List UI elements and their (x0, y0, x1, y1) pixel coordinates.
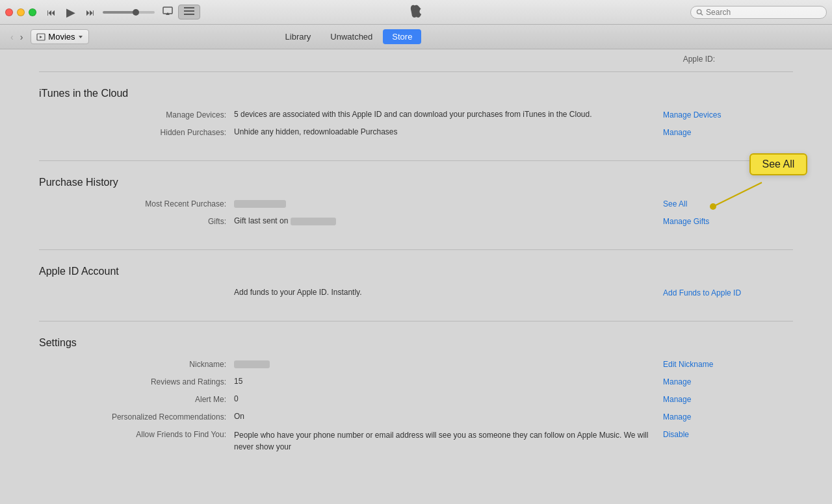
nickname-value (234, 359, 663, 368)
add-funds-action: Add Funds to Apple ID (663, 288, 793, 297)
nickname-label: Nickname: (39, 359, 234, 369)
see-all-annotation-wrapper: See All See All (663, 199, 687, 208)
hidden-purchases-value: Unhide any hidden, redownloadable Purcha… (234, 127, 663, 136)
reviews-value: 15 (234, 377, 663, 386)
search-box[interactable] (690, 6, 827, 19)
tab-unwatched[interactable]: Unwatched (321, 29, 382, 44)
apple-logo (410, 5, 422, 19)
playback-controls: ⏮ ▶ ⏭ (44, 4, 173, 21)
movies-icon (36, 32, 46, 42)
volume-thumb (133, 9, 139, 16)
search-input[interactable] (706, 8, 821, 17)
category-label: Movies (48, 32, 75, 42)
nickname-row: Nickname: Edit Nickname (39, 359, 793, 369)
gifts-action: Manage Gifts (663, 216, 793, 226)
manage-gifts-link[interactable]: Manage Gifts (663, 217, 709, 226)
svg-point-11 (710, 203, 716, 210)
section-itunes-cloud: iTunes in the Cloud Manage Devices: 5 de… (0, 77, 832, 155)
personalized-label: Personalized Recommendations: (39, 412, 234, 422)
section-settings: Settings Nickname: Edit Nickname Reviews… (0, 327, 832, 471)
edit-nickname-link[interactable]: Edit Nickname (663, 360, 713, 369)
add-funds-value: Add funds to your Apple ID. Instantly. (234, 288, 663, 297)
minimize-button[interactable] (17, 8, 25, 16)
forward-button[interactable]: › (18, 31, 26, 44)
gifts-label: Gifts: (39, 216, 234, 226)
airplay-button[interactable] (162, 6, 173, 18)
svg-rect-4 (184, 14, 194, 15)
recent-purchase-label: Most Recent Purchase: (39, 199, 234, 208)
tabs: Library Unwatched Store (276, 29, 422, 44)
section-title-cloud: iTunes in the Cloud (39, 88, 793, 99)
svg-line-6 (701, 13, 703, 15)
callout-container: See All (749, 153, 808, 175)
hidden-purchases-row: Hidden Purchases: Unhide any hidden, red… (39, 127, 793, 137)
recent-purchase-redacted (234, 200, 286, 208)
title-bar: ⏮ ▶ ⏭ (0, 0, 832, 25)
friends-find-action: Disable (663, 429, 793, 439)
tab-library[interactable]: Library (276, 29, 320, 44)
divider-appleid (39, 321, 793, 321)
personalized-value: On (234, 412, 663, 421)
divider-purchase (39, 249, 793, 250)
manage-alerts-link[interactable]: Manage (663, 395, 691, 404)
nav-bar: ‹ › Movies Library Unwatched Store (0, 25, 832, 49)
manage-recommendations-link[interactable]: Manage (663, 412, 691, 422)
manage-devices-row: Manage Devices: 5 devices are associated… (39, 110, 793, 120)
svg-point-5 (697, 9, 701, 13)
apple-id-label: Apple ID: (683, 55, 715, 64)
manage-hidden-link[interactable]: Manage (663, 128, 691, 137)
search-icon (696, 8, 703, 16)
callout-box: See All (749, 153, 808, 175)
alert-me-row: Alert Me: 0 Manage (39, 394, 793, 404)
recent-purchase-action: See All See All (663, 199, 793, 208)
fastforward-button[interactable]: ⏭ (83, 6, 98, 19)
see-all-link[interactable]: See All (663, 199, 687, 208)
recent-purchase-value (234, 199, 663, 208)
svg-marker-9 (79, 36, 83, 38)
alert-me-action: Manage (663, 394, 793, 404)
svg-line-10 (713, 183, 762, 207)
divider-top (39, 71, 793, 72)
section-purchase-history: Purchase History Most Recent Purchase: S… (0, 166, 832, 244)
traffic-lights (5, 8, 36, 16)
divider-cloud (39, 160, 793, 161)
category-select[interactable]: Movies (31, 29, 88, 44)
apple-id-row: Apple ID: (0, 49, 832, 66)
callout-arrow (707, 179, 772, 212)
nickname-action: Edit Nickname (663, 359, 793, 369)
manage-reviews-link[interactable]: Manage (663, 377, 691, 386)
close-button[interactable] (5, 8, 13, 16)
reviews-label: Reviews and Ratings: (39, 377, 234, 386)
back-button[interactable]: ‹ (8, 31, 16, 44)
callout-label: See All (762, 158, 795, 170)
personalized-action: Manage (663, 412, 793, 422)
disable-friends-link[interactable]: Disable (663, 430, 689, 439)
hidden-purchases-action: Manage (663, 127, 793, 137)
volume-slider[interactable] (103, 11, 155, 14)
section-title-settings: Settings (39, 337, 793, 349)
svg-rect-3 (184, 10, 194, 12)
svg-marker-8 (40, 36, 42, 38)
manage-devices-action: Manage Devices (663, 110, 793, 120)
maximize-button[interactable] (29, 8, 36, 16)
manage-devices-link[interactable]: Manage Devices (663, 110, 721, 120)
reviews-action: Manage (663, 377, 793, 386)
manage-devices-label: Manage Devices: (39, 110, 234, 120)
friends-find-label: Allow Friends to Find You: (39, 429, 234, 439)
alert-me-value: 0 (234, 394, 663, 403)
gift-prefix: Gift last sent on (234, 216, 291, 225)
gifts-row: Gifts: Gift last sent on Manage Gifts (39, 216, 793, 226)
add-funds-link[interactable]: Add Funds to Apple ID (663, 288, 741, 297)
tab-store[interactable]: Store (383, 29, 421, 44)
friends-find-value: People who have your phone number or ema… (234, 429, 663, 453)
recent-purchase-row: Most Recent Purchase: See All See All (39, 199, 793, 208)
list-view-button[interactable] (178, 5, 200, 19)
play-button[interactable]: ▶ (64, 4, 78, 21)
personalized-row: Personalized Recommendations: On Manage (39, 412, 793, 422)
gifts-value: Gift last sent on (234, 216, 663, 225)
reviews-row: Reviews and Ratings: 15 Manage (39, 377, 793, 386)
svg-rect-2 (184, 7, 194, 8)
hidden-purchases-label: Hidden Purchases: (39, 127, 234, 137)
rewind-button[interactable]: ⏮ (44, 6, 58, 19)
nickname-redacted (234, 360, 270, 368)
